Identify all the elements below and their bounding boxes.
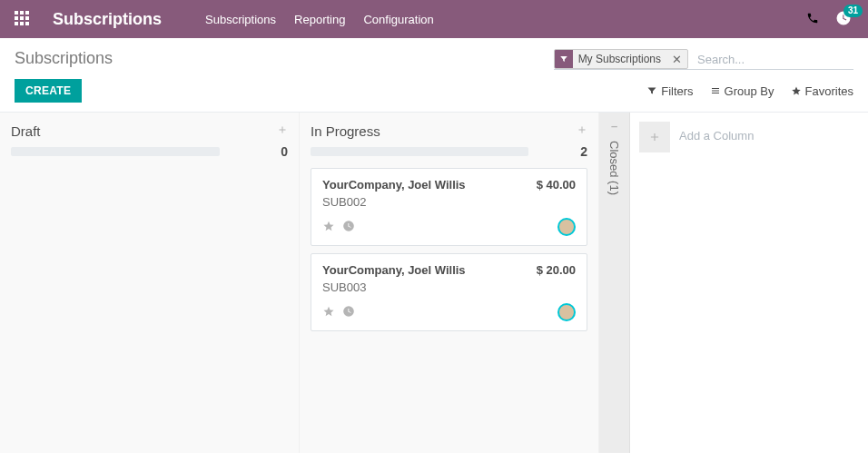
card-amount: $ 40.00 [537, 178, 576, 192]
star-icon[interactable] [322, 305, 335, 320]
folded-title: Closed (1) [607, 141, 621, 195]
control-panel: Subscriptions My Subscriptions ✕ CREATE … [0, 38, 868, 113]
nav-menu: Subscriptions Reporting Configuration [205, 13, 434, 26]
nav-item-reporting[interactable]: Reporting [294, 13, 345, 26]
column-progress-bar [11, 147, 220, 156]
filters-label: Filters [661, 84, 693, 98]
star-icon[interactable] [322, 220, 335, 235]
breadcrumb: Subscriptions [15, 49, 113, 68]
search-options: Filters Group By Favorites [646, 84, 853, 98]
column-count: 0 [270, 144, 288, 159]
add-column-label: Add a Column [679, 122, 754, 143]
navbar: Subscriptions Subscriptions Reporting Co… [0, 0, 868, 38]
kanban-view: Draft 0 In Progress 2 YourCompany, Joel … [0, 113, 868, 453]
search-facet-label: My Subscriptions [573, 51, 666, 67]
filters-button[interactable]: Filters [646, 84, 693, 98]
activity-icon[interactable]: 31 [835, 10, 853, 28]
column-add-icon[interactable] [577, 124, 587, 138]
column-title: In Progress [311, 123, 380, 139]
avatar[interactable] [557, 303, 576, 321]
column-progress-bar [311, 147, 528, 156]
apps-icon[interactable] [15, 11, 31, 27]
search-facet: My Subscriptions ✕ [554, 49, 688, 69]
card-title: YourCompany, Joel Willis [322, 263, 466, 277]
favorites-button[interactable]: Favorites [791, 84, 853, 98]
fold-handle-icon: – [611, 120, 617, 132]
column-add-icon[interactable] [277, 124, 288, 138]
card-code: SUB002 [322, 195, 576, 209]
search-input[interactable] [694, 51, 853, 68]
clock-icon[interactable] [342, 220, 355, 235]
search-bar[interactable]: My Subscriptions ✕ [554, 49, 853, 70]
card-title: YourCompany, Joel Willis [322, 178, 466, 192]
create-button[interactable]: CREATE [15, 79, 82, 103]
kanban-column-closed-folded[interactable]: – Closed (1) [599, 113, 630, 453]
clock-icon[interactable] [342, 305, 355, 320]
group-by-label: Group By [725, 84, 774, 98]
kanban-card[interactable]: YourCompany, Joel Willis $ 40.00 SUB002 [311, 168, 587, 246]
kanban-column-in-progress: In Progress 2 YourCompany, Joel Willis $… [300, 113, 599, 453]
kanban-card[interactable]: YourCompany, Joel Willis $ 20.00 SUB003 [311, 253, 587, 331]
column-count: 2 [569, 144, 587, 159]
card-amount: $ 20.00 [537, 263, 576, 277]
brand: Subscriptions [53, 10, 162, 29]
kanban-column-draft: Draft 0 [0, 113, 300, 453]
favorites-label: Favorites [805, 84, 853, 98]
nav-right: 31 [806, 10, 853, 28]
card-code: SUB003 [322, 280, 576, 294]
add-column-button[interactable] [639, 122, 670, 152]
activity-count-badge: 31 [843, 5, 863, 17]
nav-item-subscriptions[interactable]: Subscriptions [205, 13, 276, 26]
kanban-add-column: Add a Column [630, 113, 868, 453]
nav-item-configuration[interactable]: Configuration [363, 13, 433, 26]
group-by-button[interactable]: Group By [710, 84, 774, 98]
facet-close-icon[interactable]: ✕ [666, 53, 687, 66]
column-title: Draft [11, 123, 41, 139]
avatar[interactable] [557, 218, 576, 236]
filter-icon [555, 50, 573, 68]
phone-icon[interactable] [806, 12, 819, 27]
